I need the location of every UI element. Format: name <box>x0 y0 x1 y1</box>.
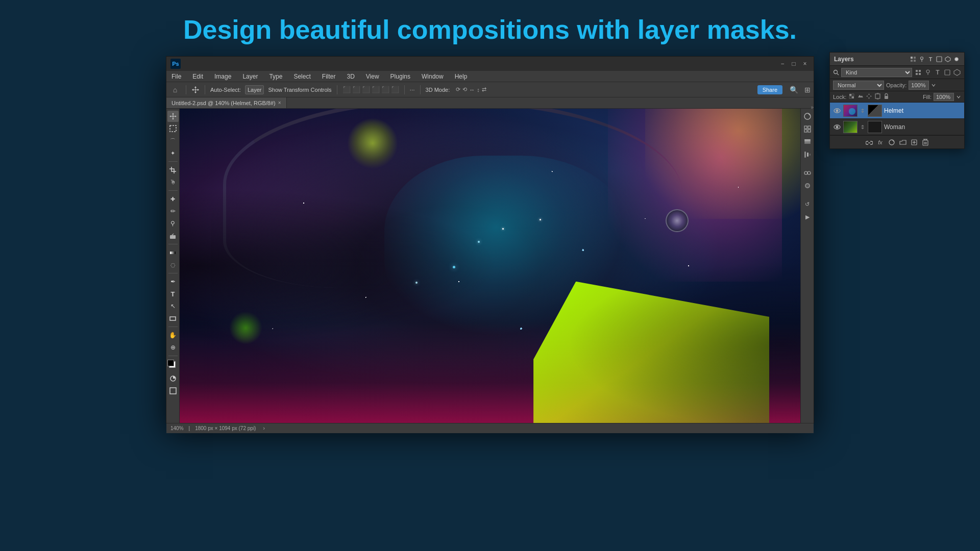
menu-window[interactable]: Window <box>420 72 446 81</box>
align-right-icon[interactable]: ⬛ <box>362 86 370 93</box>
marquee-tool[interactable] <box>167 123 179 134</box>
menu-file[interactable]: File <box>169 72 183 81</box>
menu-image[interactable]: Image <box>212 72 233 81</box>
layers-group-icon[interactable] <box>898 138 908 147</box>
layers-adjustment-icon[interactable] <box>918 56 925 63</box>
auto-select-label: Auto-Select: <box>210 87 241 93</box>
layers-circle-icon[interactable] <box>953 56 960 63</box>
lock-artboard-icon[interactable] <box>874 93 881 101</box>
menu-layer[interactable]: Layer <box>240 72 260 81</box>
filter-type-icon[interactable]: T <box>934 68 942 77</box>
menu-filter[interactable]: Filter <box>320 72 338 81</box>
layers-fx-icon[interactable]: fx <box>876 138 885 147</box>
layers-filter-pixel-icon[interactable] <box>910 56 917 63</box>
minimize-button[interactable]: − <box>778 59 787 68</box>
gradient-tool[interactable] <box>167 247 179 258</box>
svg-rect-8 <box>804 126 807 129</box>
menu-type[interactable]: Type <box>267 72 284 81</box>
3d-icon-3[interactable]: ↔ <box>469 87 475 93</box>
panels-icon[interactable]: ⊞ <box>804 86 811 94</box>
layers-new-layer-icon[interactable] <box>910 138 919 147</box>
layers-smart-icon[interactable] <box>944 56 951 63</box>
fill-input[interactable] <box>934 93 954 101</box>
filter-smart-icon[interactable] <box>953 68 961 77</box>
align-left-icon[interactable]: ⬛ <box>342 86 351 93</box>
foreground-color[interactable] <box>167 360 174 366</box>
lock-transparent-icon[interactable] <box>848 93 855 101</box>
layer-row-woman[interactable]: Woman <box>830 119 964 135</box>
3d-icon-2[interactable]: ⟲ <box>462 86 467 93</box>
type-tool[interactable]: T <box>167 288 179 299</box>
crop-tool[interactable] <box>167 164 179 176</box>
layer-visibility-woman[interactable] <box>833 123 841 131</box>
path-selection-tool[interactable]: ↖ <box>167 300 179 312</box>
panel-actions-icon[interactable]: ▶ <box>802 211 813 222</box>
brush-tool[interactable]: ✏ <box>167 206 179 217</box>
panel-adjust-icon[interactable] <box>802 167 813 179</box>
lock-image-icon[interactable] <box>857 93 864 101</box>
filter-adjustment-icon[interactable] <box>924 68 932 77</box>
status-arrow[interactable]: › <box>263 425 264 431</box>
menu-help[interactable]: Help <box>453 72 470 81</box>
align-center-icon[interactable]: ⬛ <box>352 86 360 93</box>
filter-shape-icon[interactable] <box>943 68 951 77</box>
rectangle-tool[interactable] <box>167 313 179 324</box>
menu-edit[interactable]: Edit <box>190 72 205 81</box>
align-top-icon[interactable]: ⬛ <box>372 86 380 93</box>
menu-select[interactable]: Select <box>291 72 312 81</box>
layer-row-helmet[interactable]: Helmet <box>830 103 964 119</box>
panel-layers-icon[interactable] <box>802 136 813 147</box>
document-tab[interactable]: Untitled-2.psd @ 140% (Helmet, RGB/8#) × <box>166 97 287 108</box>
layers-adjustment-icon[interactable] <box>887 138 896 147</box>
layers-delete-icon[interactable] <box>921 138 930 147</box>
lock-all-icon[interactable] <box>883 93 890 101</box>
home-button[interactable]: ⌂ <box>169 84 181 95</box>
panel-grid-icon[interactable] <box>802 123 813 135</box>
filter-pixel-icon[interactable] <box>914 68 922 77</box>
share-button[interactable]: Share <box>757 85 782 94</box>
3d-icon-4[interactable]: ↕ <box>477 87 480 93</box>
3d-icon-5[interactable]: ⇄ <box>482 86 486 93</box>
quick-mask-mode[interactable] <box>167 373 179 384</box>
opacity-input[interactable] <box>909 81 929 90</box>
dodge-tool[interactable]: ◌ <box>167 259 179 270</box>
search-icon[interactable]: 🔍 <box>790 86 798 94</box>
eyedropper-tool[interactable]: 🖰 <box>167 177 179 188</box>
panel-color-icon[interactable] <box>802 111 813 122</box>
menu-3d[interactable]: 3D <box>345 72 356 81</box>
color-swatches[interactable] <box>167 360 179 371</box>
panel-styles-icon[interactable] <box>802 180 813 191</box>
menu-view[interactable]: View <box>364 72 381 81</box>
panel-channels-icon[interactable] <box>802 149 813 160</box>
layers-link-icon[interactable] <box>865 138 874 147</box>
maximize-button[interactable]: □ <box>789 59 798 68</box>
close-button[interactable]: × <box>800 59 810 68</box>
zoom-tool[interactable]: ⊕ <box>167 342 179 353</box>
layer-chain-helmet[interactable] <box>860 108 866 114</box>
blend-mode-select[interactable]: Normal <box>833 81 884 90</box>
layers-type-icon[interactable]: T <box>927 56 934 63</box>
panel-history-icon[interactable]: ↺ <box>802 198 813 210</box>
screen-mode[interactable] <box>167 385 179 396</box>
lock-position-icon[interactable] <box>866 93 872 101</box>
healing-tool[interactable]: ✚ <box>167 193 179 205</box>
auto-select-dropdown[interactable]: Layer <box>245 85 264 94</box>
pen-tool[interactable]: ✒ <box>167 276 179 287</box>
layers-filter-select[interactable]: Kind <box>841 68 912 77</box>
magic-wand-tool[interactable]: ✦ <box>167 147 179 159</box>
collapse-arrows[interactable]: » <box>811 105 814 110</box>
align-bottom-icon[interactable]: ⬛ <box>391 86 399 93</box>
layer-chain-woman[interactable] <box>860 124 866 130</box>
eraser-tool[interactable] <box>167 230 179 241</box>
clone-tool[interactable]: ⚲ <box>167 218 179 229</box>
document-tab-close[interactable]: × <box>278 100 281 106</box>
menu-plugins[interactable]: Plugins <box>388 72 412 81</box>
align-middle-icon[interactable]: ⬛ <box>381 86 389 93</box>
3d-icon-1[interactable]: ⟳ <box>456 86 460 93</box>
layers-shape-icon[interactable] <box>936 56 943 63</box>
move-tool[interactable] <box>167 111 179 122</box>
more-options-icon[interactable]: ··· <box>410 86 415 93</box>
lasso-tool[interactable]: ⌒ <box>167 135 179 146</box>
hand-tool[interactable]: ✋ <box>167 330 179 341</box>
layer-visibility-helmet[interactable] <box>833 107 841 115</box>
